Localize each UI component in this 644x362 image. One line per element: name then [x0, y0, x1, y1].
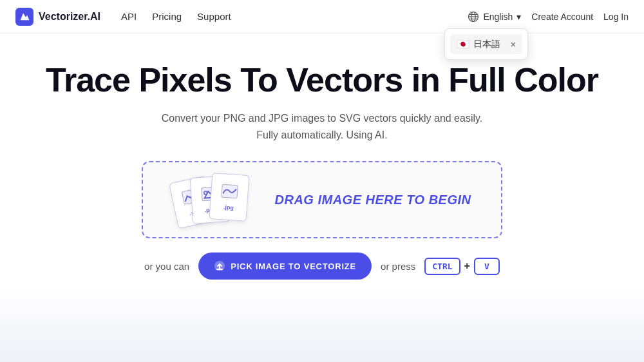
nav-support[interactable]: Support [197, 11, 231, 22]
hero-section: Trace Pixels To Vectors in Full Color Co… [0, 33, 644, 280]
drop-zone[interactable]: .gif .png [142, 161, 502, 238]
lang-option-left: 🇯🇵 日本語 [457, 38, 500, 50]
nav-api[interactable]: API [121, 11, 137, 22]
or-you-can-text: or you can [144, 261, 189, 272]
upload-icon [214, 260, 225, 272]
file-icons: .gif .png [173, 174, 257, 225]
drag-text: DRAG IMAGE HERE TO BEGIN [275, 193, 471, 207]
language-button[interactable]: English ▾ [468, 11, 521, 23]
login-link[interactable]: Log In [603, 12, 629, 22]
kbd-ctrl: CTRL [424, 258, 460, 275]
hero-title: Trace Pixels To Vectors in Full Color [46, 62, 598, 99]
hero-subtitle-line2: Fully automatically. Using AI. [256, 129, 387, 140]
logo-icon [15, 8, 33, 26]
flag-icon: 🇯🇵 [457, 38, 469, 50]
navbar: Vectorizer.AI API Pricing Support Englis… [0, 0, 644, 33]
nav-pricing[interactable]: Pricing [152, 11, 182, 22]
hero-subtitle: Convert your PNG and JPG images to SVG v… [162, 110, 483, 143]
file-card-jpg: .jpg [209, 173, 249, 222]
chevron-down-icon: ▾ [516, 12, 521, 22]
language-option-japanese[interactable]: 🇯🇵 日本語 × [450, 34, 522, 54]
lang-name: 日本語 [473, 39, 500, 50]
keyboard-shortcut: CTRL + V [424, 258, 500, 275]
language-dropdown: 🇯🇵 日本語 × [444, 28, 528, 60]
pick-image-button[interactable]: PICK IMAGE TO VECTORIZE [198, 252, 372, 280]
globe-icon [468, 11, 479, 23]
language-label: English [483, 12, 513, 22]
close-language-button[interactable]: × [511, 39, 516, 50]
pick-section: or you can PICK IMAGE TO VECTORIZE or pr… [144, 252, 500, 280]
logo[interactable]: Vectorizer.AI [15, 8, 100, 26]
nav-right: English ▾ Create Account Log In [468, 11, 629, 23]
create-account-link[interactable]: Create Account [531, 12, 593, 22]
kbd-plus: + [464, 260, 470, 272]
file-label-jpg: .jpg [223, 204, 234, 211]
file-icon-jpg [220, 183, 239, 202]
hero-subtitle-line1: Convert your PNG and JPG images to SVG v… [162, 113, 483, 124]
background-footer [0, 285, 644, 362]
nav-links: API Pricing Support [121, 11, 468, 22]
kbd-v: V [474, 258, 500, 275]
or-press-text: or press [381, 261, 415, 272]
pick-button-label: PICK IMAGE TO VECTORIZE [231, 262, 356, 271]
logo-text: Vectorizer.AI [39, 11, 100, 23]
